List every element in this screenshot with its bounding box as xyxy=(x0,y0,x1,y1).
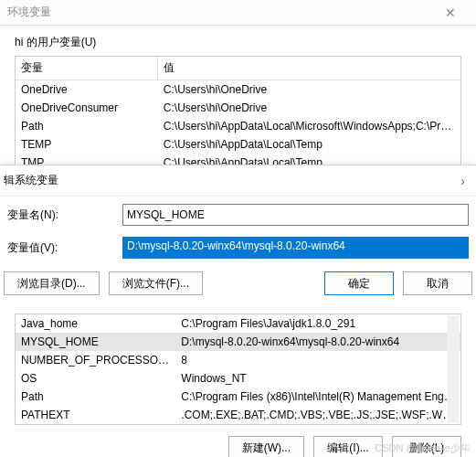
close-icon[interactable]: ✕ xyxy=(432,0,469,26)
var-value-label: 变量值(V): xyxy=(4,240,122,256)
table-row[interactable]: TEMPC:\Users\hi\AppData\Local\Temp xyxy=(16,135,460,154)
table-row[interactable]: PathC:\Users\hi\AppData\Local\Microsoft\… xyxy=(16,117,460,135)
system-vars-table[interactable]: Java_homeC:\Program Files\Java\jdk1.8.0_… xyxy=(15,314,461,425)
table-row[interactable]: NUMBER_OF_PROCESSORS8 xyxy=(16,351,460,369)
edit-dialog-title: 辑系统变量 xyxy=(4,173,453,188)
table-row[interactable]: PathC:\Program Files (x86)\Intel\Intel(R… xyxy=(16,388,460,406)
user-vars-table[interactable]: 变量 值 OneDriveC:\Users\hi\OneDrive OneDri… xyxy=(15,56,461,173)
table-row[interactable]: OneDriveConsumerC:\Users\hi\OneDrive xyxy=(16,99,460,117)
window-title: 环境变量 xyxy=(7,5,432,20)
browse-file-button[interactable]: 浏览文件(F)... xyxy=(109,271,203,295)
chevron-right-icon[interactable]: › xyxy=(453,174,472,188)
edit-system-variable-dialog: 辑系统变量 › 变量名(N): 变量值(V): D:\mysql-8.0.20-… xyxy=(0,165,476,457)
titlebar: 环境变量 ✕ xyxy=(0,0,476,26)
var-name-label: 变量名(N): xyxy=(4,207,122,223)
var-name-input[interactable] xyxy=(122,204,469,226)
new-button[interactable]: 新建(W)... xyxy=(228,436,304,457)
ok-button[interactable]: 确定 xyxy=(324,271,394,295)
user-vars-label: hi 的用户变量(U) xyxy=(0,26,476,56)
table-row[interactable]: MYSQL_HOMED:\mysql-8.0.20-winx64\mysql-8… xyxy=(16,333,460,351)
edit-button[interactable]: 编辑(I)... xyxy=(313,436,383,457)
table-row[interactable]: Java_homeC:\Program Files\Java\jdk1.8.0_… xyxy=(16,314,460,333)
cancel-button[interactable]: 取消 xyxy=(403,271,472,295)
table-row[interactable]: OSWindows_NT xyxy=(16,369,460,388)
col-header-value[interactable]: 值 xyxy=(158,57,460,80)
table-row[interactable]: OneDriveC:\Users\hi\OneDrive xyxy=(16,80,460,100)
watermark: CSDN @juvenile少年 xyxy=(375,441,471,455)
col-header-name[interactable]: 变量 xyxy=(16,57,158,80)
browse-dir-button[interactable]: 浏览目录(D)... xyxy=(4,271,100,295)
var-value-input[interactable]: D:\mysql-8.0.20-winx64\mysql-8.0.20-winx… xyxy=(122,237,469,259)
table-row[interactable]: PATHEXT.COM;.EXE;.BAT;.CMD;.VBS;.VBE;.JS… xyxy=(16,406,460,424)
